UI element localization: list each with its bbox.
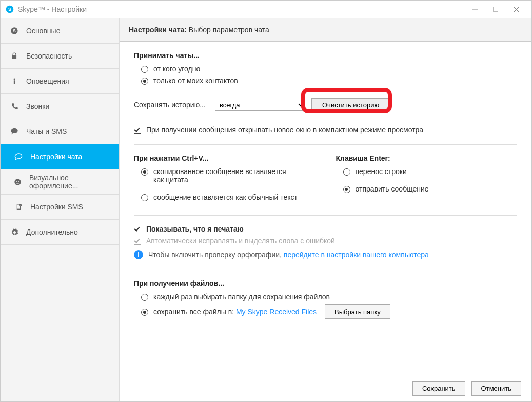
sidebar-item-sms-settings[interactable]: Настройки SMS [1, 195, 119, 220]
maximize-button[interactable] [485, 2, 506, 17]
sidebar-item-advanced[interactable]: Дополнительно [1, 220, 119, 245]
two-column-section: При нажатии Ctrl+V... скопированное сооб… [134, 154, 517, 205]
history-row: Сохранять историю... всегда Очистить ист… [134, 98, 517, 111]
header-title-bold: Настройки чата: [129, 26, 187, 34]
radio-label: каждый раз выбирать папку для сохранения… [153, 293, 330, 301]
divider [134, 144, 517, 145]
radio-label: перенос строки [356, 167, 407, 176]
history-select[interactable]: всегда [215, 99, 305, 111]
checkbox-label: Показывать, что я печатаю [146, 225, 244, 233]
radio-icon [141, 194, 148, 201]
sidebar-item-label: Настройки чата [30, 152, 82, 161]
lock-icon [9, 52, 20, 60]
save-button[interactable]: Сохранить [412, 381, 465, 396]
radio-label: скопированное сообщение вставляется как … [153, 167, 287, 184]
open-new-window-checkbox[interactable]: При получении сообщения открывать новое … [134, 126, 517, 134]
radio-label: только от моих контактов [153, 76, 238, 85]
svg-point-10 [15, 179, 22, 185]
titlebar: S Skype™ - Настройки [1, 1, 531, 18]
chat-outline-icon [13, 152, 24, 161]
sidebar-item-label: Визуальное оформление... [29, 174, 111, 190]
accept-anyone-radio[interactable]: от кого угодно [141, 65, 517, 73]
sidebar-item-label: Безопасность [26, 52, 72, 60]
info-text: Чтобы включить проверку орфографии, [148, 251, 284, 259]
radio-icon [141, 66, 148, 73]
svg-rect-9 [14, 80, 15, 84]
radio-label: от кого угодно [153, 65, 200, 73]
svg-text:S: S [8, 7, 11, 12]
accept-contacts-radio[interactable]: только от моих контактов [141, 76, 517, 85]
received-files-link[interactable]: My Skype Received Files [236, 308, 317, 316]
close-button[interactable] [506, 2, 526, 17]
divider [134, 215, 517, 216]
radio-icon [141, 294, 148, 301]
sidebar-item-general[interactable]: S Основные [1, 18, 119, 44]
ctrlv-column: При нажатии Ctrl+V... скопированное сооб… [134, 154, 316, 205]
sidebar-item-appearance[interactable]: Визуальное оформление... [1, 169, 119, 195]
radio-icon [141, 309, 148, 316]
sidebar-item-label: Чаты и SMS [26, 127, 67, 136]
enter-send-radio[interactable]: отправить сообщение [343, 185, 518, 193]
svg-point-11 [16, 181, 17, 182]
content-area: Настройки чата: Выбор параметров чата Пр… [120, 18, 531, 401]
gear-icon [9, 228, 20, 236]
info-icon [9, 78, 20, 85]
ctrlv-title: При нажатии Ctrl+V... [134, 154, 316, 162]
minimize-button[interactable] [465, 2, 485, 17]
choose-folder-button[interactable]: Выбрать папку [325, 304, 390, 319]
spellcheck-settings-link[interactable]: перейдите в настройки вашего компьютера [284, 251, 429, 259]
radio-icon [343, 168, 350, 176]
chat-bubble-icon [9, 127, 20, 136]
enter-newline-radio[interactable]: перенос строки [343, 167, 518, 176]
svg-rect-3 [494, 7, 498, 12]
sidebar-item-notifications[interactable]: Оповещения [1, 69, 119, 94]
radio-icon [141, 168, 148, 176]
sidebar-item-chat-settings[interactable]: Настройки чата [1, 144, 119, 169]
ctrlv-plain-radio[interactable]: сообщение вставляется как обычный текст [141, 193, 316, 201]
skype-logo-icon: S [6, 5, 14, 13]
checkbox-icon [134, 226, 141, 233]
files-ask-radio[interactable]: каждый раз выбирать папку для сохранения… [141, 293, 517, 301]
sidebar-item-label: Дополнительно [26, 228, 78, 236]
radio-label: отправить сообщение [356, 185, 429, 193]
autocorrect-checkbox: Автоматически исправлять и выделять слов… [134, 237, 517, 245]
files-title: При получении файлов... [134, 279, 517, 288]
ctrlv-quote-radio[interactable]: скопированное сообщение вставляется как … [141, 167, 316, 184]
history-label: Сохранять историю... [134, 101, 215, 109]
smiley-icon [13, 178, 23, 186]
enter-column: Клавиша Enter: перенос строки отправить … [336, 154, 518, 205]
dialog-footer: Сохранить Отменить [120, 375, 531, 401]
sidebar-item-security[interactable]: Безопасность [1, 44, 119, 69]
cancel-button[interactable]: Отменить [471, 381, 521, 396]
enter-title: Клавиша Enter: [336, 154, 518, 162]
phone-icon [9, 103, 20, 110]
sidebar-item-label: Основные [26, 27, 60, 35]
show-typing-checkbox[interactable]: Показывать, что я печатаю [134, 225, 517, 233]
radio-label-prefix: сохранить все файлы в: [153, 308, 236, 316]
settings-window: S Skype™ - Настройки S Основные [0, 0, 532, 402]
info-circle-icon: i [134, 250, 143, 259]
sidebar: S Основные Безопасность Оповещения [1, 18, 120, 401]
spellcheck-info: i Чтобы включить проверку орфографии, пе… [134, 250, 517, 259]
checkbox-icon [134, 238, 141, 245]
sidebar-item-label: Звонки [26, 102, 49, 110]
header-title-rest: Выбор параметров чата [187, 26, 269, 34]
sidebar-item-chats-sms[interactable]: Чаты и SMS [1, 119, 119, 144]
clear-history-button[interactable]: Очистить историю [311, 98, 390, 111]
checkbox-label: Автоматически исправлять и выделять слов… [146, 237, 335, 245]
checkbox-icon [134, 127, 141, 134]
radio-icon [343, 186, 350, 193]
divider [134, 270, 517, 270]
sidebar-item-calls[interactable]: Звонки [1, 94, 119, 119]
content-header: Настройки чата: Выбор параметров чата [120, 18, 531, 42]
radio-label: сообщение вставляется как обычный текст [153, 193, 298, 201]
sidebar-item-label: Оповещения [26, 77, 69, 85]
checkbox-label: При получении сообщения открывать новое … [146, 126, 423, 134]
files-save-radio[interactable]: сохранить все файлы в: My Skype Received… [141, 304, 517, 319]
svg-point-8 [14, 78, 15, 80]
sidebar-item-label: Настройки SMS [30, 203, 83, 211]
window-title: Skype™ - Настройки [18, 5, 87, 13]
svg-text:S: S [13, 28, 16, 33]
content-body[interactable]: Принимать чаты... от кого угодно только … [120, 42, 531, 375]
radio-icon [141, 78, 148, 85]
